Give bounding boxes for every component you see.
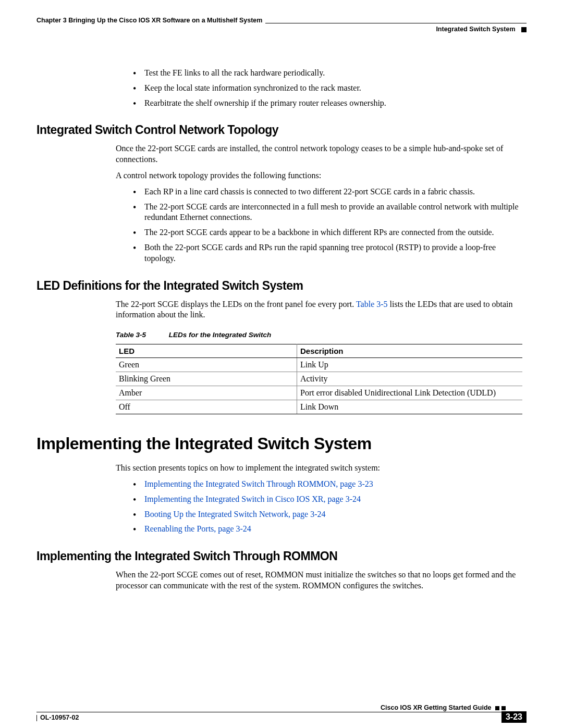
footer-rule: Cisco IOS XR Getting Started Guide 3-23 …	[36, 712, 527, 712]
list-item: Each RP in a line card chassis is connec…	[133, 187, 527, 198]
page-number: 3-23	[501, 711, 527, 723]
list-item: The 22-port SCGE cards appear to be a ba…	[133, 227, 527, 238]
body-text: A control network topology provides the …	[116, 170, 527, 181]
footer-doc-label: OL-10957-02	[40, 714, 79, 721]
heading-rommon: Implementing the Integrated Switch Throu…	[36, 549, 527, 563]
list-item: The 22-port SCGE cards are interconnecte…	[133, 202, 527, 224]
page-footer: Cisco IOS XR Getting Started Guide 3-23 …	[36, 712, 527, 712]
cell-desc: Activity	[297, 372, 523, 386]
xref-link[interactable]: Implementing the Integrated Switch Throu…	[144, 479, 373, 488]
xref-link[interactable]: Reenabling the Ports, page 3-24	[144, 524, 251, 533]
cell-led: Green	[116, 358, 297, 372]
list-item: Implementing the Integrated Switch Throu…	[133, 479, 527, 490]
header-square-icon	[521, 27, 527, 32]
cell-led: Off	[116, 400, 297, 414]
cell-desc: Link Down	[297, 400, 523, 414]
cell-led: Blinking Green	[116, 372, 297, 386]
body-text: Once the 22-port SCGE cards are installe…	[116, 143, 527, 165]
topology-bullet-list: Each RP in a line card chassis is connec…	[36, 187, 527, 264]
list-item: Booting Up the Integrated Switch Network…	[133, 509, 527, 520]
list-item: Rearbitrate the shelf ownership if the p…	[133, 98, 527, 109]
table-header-led: LED	[116, 344, 297, 358]
led-table: LED Description Green Link Up Blinking G…	[116, 344, 522, 414]
footer-square-icon	[501, 706, 506, 710]
header-chapter-text: Chapter 3 Bringing Up the Cisco IOS XR S…	[36, 17, 265, 24]
list-item: Reenabling the Ports, page 3-24	[133, 524, 527, 535]
text-fragment: The 22-port SCGE displays the LEDs on th…	[116, 300, 356, 309]
table-row: Blinking Green Activity	[116, 372, 522, 386]
table-row: Green Link Up	[116, 358, 522, 372]
table-row: Off Link Down	[116, 400, 522, 414]
page-header: Chapter 3 Bringing Up the Cisco IOS XR S…	[36, 16, 527, 36]
heading-topology: Integrated Switch Control Network Topolo…	[36, 123, 527, 137]
table-ref-link[interactable]: Table 3-5	[356, 300, 388, 309]
footer-square-icon	[495, 706, 499, 710]
body-text: When the 22-port SCGE comes out of reset…	[116, 570, 527, 591]
body-text: This section presents topics on how to i…	[116, 463, 527, 474]
intro-bullet-list: Test the FE links to all the rack hardwa…	[36, 68, 527, 108]
cell-led: Amber	[116, 386, 297, 400]
heading-implementing: Implementing the Integrated Switch Syste…	[36, 434, 527, 453]
xref-link[interactable]: Booting Up the Integrated Switch Network…	[144, 510, 325, 519]
footer-guide-label: Cisco IOS XR Getting Started Guide	[381, 704, 492, 711]
table-header-desc: Description	[297, 344, 523, 358]
page-content: Test the FE links to all the rack hardwa…	[36, 36, 527, 591]
list-item: Implementing the Integrated Switch in Ci…	[133, 494, 527, 505]
header-section-label: Integrated Switch System	[436, 26, 515, 33]
list-item: Both the 22-port SCGE cards and RPs run …	[133, 242, 527, 264]
footer-doc-number: OL-10957-02	[36, 714, 79, 721]
heading-led: LED Definitions for the Integrated Switc…	[36, 279, 527, 293]
footer-guide-text: Cisco IOS XR Getting Started Guide	[377, 704, 506, 711]
body-text: The 22-port SCGE displays the LEDs on th…	[116, 299, 527, 321]
table-caption-title: LEDs for the Integrated Switch	[169, 331, 272, 339]
footer-vline-icon	[36, 715, 37, 721]
list-item: Keep the local state information synchro…	[133, 83, 527, 94]
cell-desc: Port error disabled Unidirectional Link …	[297, 386, 523, 400]
table-caption: Table 3-5 LEDs for the Integrated Switch	[116, 331, 527, 339]
header-section-text: Integrated Switch System	[433, 26, 527, 33]
xref-link[interactable]: Implementing the Integrated Switch in Ci…	[144, 495, 361, 503]
list-item: Test the FE links to all the rack hardwa…	[133, 68, 527, 79]
cell-desc: Link Up	[297, 358, 523, 372]
table-caption-num: Table 3-5	[116, 331, 146, 339]
table-row: Amber Port error disabled Unidirectional…	[116, 386, 522, 400]
impl-link-list: Implementing the Integrated Switch Throu…	[36, 479, 527, 535]
